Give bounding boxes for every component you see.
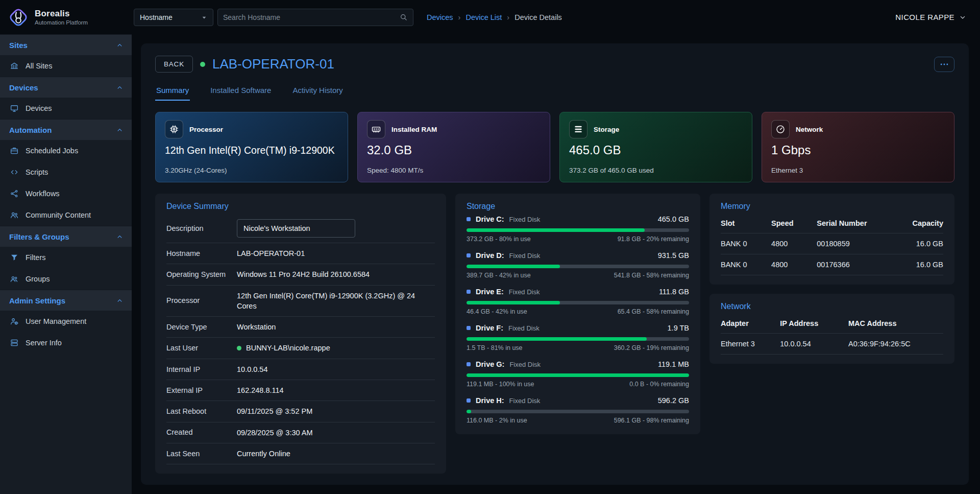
stat-card-header: Processor [165,120,338,138]
sidebar-item-scripts[interactable]: Scripts [0,161,132,183]
sidebar-section-devices[interactable]: Devices [0,77,132,98]
drive-name: Drive F: [476,324,503,332]
sidebar-section-admin-settings[interactable]: Admin Settings [0,290,132,311]
memory-cell: 16.0 GB [893,261,943,269]
breadcrumb-devices[interactable]: Devices [427,13,453,21]
breadcrumb-device-details: Device Details [514,13,562,21]
sidebar-item-devices[interactable]: Devices [0,98,132,119]
drive-footer: 116.0 MB - 2% in use 596.1 GB - 98% rema… [467,417,689,424]
drive-bullet-icon [467,253,471,257]
drives-list: Drive C: Fixed Disk 465.0 GB 373.2 GB - … [467,215,689,424]
drive-header: Drive E: Fixed Disk 111.8 GB [467,288,689,296]
drive-type: Fixed Disk [509,361,541,368]
network-title: Network [721,302,943,311]
drive-name: Drive E: [476,288,504,296]
sidebar-section-filters-groups[interactable]: Filters & Groups [0,226,132,247]
drive-row-drive-e: Drive E: Fixed Disk 111.8 GB 46.4 GB - 4… [467,288,689,315]
search-icon [399,13,408,21]
stat-card-header: Installed RAM [367,120,541,138]
summary-label: Hostname [166,249,237,258]
tab-summary[interactable]: Summary [155,82,190,101]
drive-remaining: 91.8 GB - 20% remaining [618,236,689,243]
summary-value-wrap: LAB-OPERATOR-01 [237,248,435,258]
summary-value-wrap: Workstation [237,322,435,332]
sidebar-section-label: Sites [9,41,28,50]
sidebar-item-user-management[interactable]: User Management [0,311,132,332]
search-input[interactable] [223,13,399,21]
hostname-filter-value: Hostname [140,13,173,21]
back-button[interactable]: BACK [155,56,193,73]
sidebar-item-scheduled-jobs[interactable]: Scheduled Jobs [0,140,132,161]
search-box [217,9,413,26]
sidebar-item-workflows[interactable]: Workflows [0,183,132,204]
drive-row-drive-f: Drive F: Fixed Disk 1.9 TB 1.5 TB - 81% … [467,324,689,351]
summary-row-external-ip: External IP162.248.8.114 [166,380,435,401]
drive-size: 1.9 TB [668,324,689,332]
drive-remaining: 0.0 B - 0% remaining [629,381,689,388]
memory-col-capacity: Capacity [893,219,943,227]
summary-value: LAB-OPERATOR-01 [237,248,305,258]
drive-size: 931.5 GB [658,251,689,260]
brand-name: Borealis [35,9,88,19]
drive-size: 119.1 MB [658,360,689,368]
stat-card-processor: Processor 12th Gen Intel(R) Core(TM) i9-… [155,112,348,182]
sidebar-section-sites[interactable]: Sites [0,34,132,55]
summary-value-wrap: BUNNY-LAB\nicole.rappe [237,343,435,353]
breadcrumb-separator: › [458,13,461,21]
chevron-down-icon [959,13,967,21]
drive-used: 389.7 GB - 42% in use [467,272,531,279]
network-col-ip-address: IP Address [780,319,848,327]
description-input[interactable] [237,219,355,238]
drive-usage-bar [467,301,689,304]
drive-header: Drive F: Fixed Disk 1.9 TB [467,324,689,332]
memory-table-header: SlotSpeedSerial NumberCapacity [721,214,943,233]
user-menu-button[interactable]: NICOLE RAPPE [895,13,967,21]
drive-footer: 389.7 GB - 42% in use 541.8 GB - 58% rem… [467,272,689,279]
summary-row-created: Created09/28/2025 @ 3:30 AM [166,422,435,443]
summary-value-wrap: 162.248.8.114 [237,385,435,395]
drive-footer: 373.2 GB - 80% in use 91.8 GB - 20% rema… [467,236,689,243]
summary-value-wrap: 12th Gen Intel(R) Core(TM) i9-12900K (3.… [237,291,435,312]
sites-icon [9,61,19,70]
brand: Borealis Automation Platform [0,6,132,29]
summary-value-wrap: Currently Online [237,449,435,459]
device-online-status-dot [200,62,205,67]
drive-size: 111.8 GB [659,288,689,296]
more-actions-button[interactable] [934,57,954,72]
drive-usage-fill [467,373,689,377]
app-root: Borealis Automation Platform Hostname De… [0,0,980,494]
summary-label: Last Seen [166,449,237,459]
stat-card-header: Storage [569,120,743,138]
drive-used: 116.0 MB - 2% in use [467,417,527,424]
drive-header: Drive H: Fixed Disk 596.2 GB [467,396,689,405]
sidebar-item-community-content[interactable]: Community Content [0,204,132,226]
sidebar-item-label: Scheduled Jobs [26,147,78,155]
drive-row-drive-c: Drive C: Fixed Disk 465.0 GB 373.2 GB - … [467,215,689,243]
summary-row-description: Description [166,214,435,243]
sidebar-item-server-info[interactable]: Server Info [0,332,132,354]
sidebar-item-groups[interactable]: Groups [0,268,132,290]
summary-value: Currently Online [237,449,290,459]
tab-activity-history[interactable]: Activity History [291,82,344,101]
stat-card-footer: 373.2 GB of 465.0 GB used [569,167,743,174]
drive-bullet-icon [467,290,471,294]
sidebar-item-all-sites[interactable]: All Sites [0,55,132,77]
summary-value: 162.248.8.114 [237,385,284,395]
borealis-logo-icon [7,6,30,29]
summary-value-wrap: 10.0.0.54 [237,364,435,374]
drive-bullet-icon [467,326,471,330]
ram-icon [367,120,385,138]
network-panel: Network AdapterIP AddressMAC Address Eth… [709,294,954,364]
sidebar-item-label: User Management [26,317,86,325]
tab-installed-software[interactable]: Installed Software [209,82,272,101]
stat-cards: Processor 12th Gen Intel(R) Core(TM) i9-… [155,112,954,182]
drive-usage-fill [467,228,645,232]
sidebar-section-automation[interactable]: Automation [0,119,132,140]
drive-name: Drive H: [476,396,504,405]
sidebar-item-filters[interactable]: Filters [0,247,132,268]
storage-title: Storage [467,202,689,211]
stat-card-label: Processor [189,126,223,133]
stat-card-label: Installed RAM [391,126,437,133]
breadcrumb-device-list[interactable]: Device List [465,13,502,21]
hostname-filter-dropdown[interactable]: Hostname [134,9,213,26]
